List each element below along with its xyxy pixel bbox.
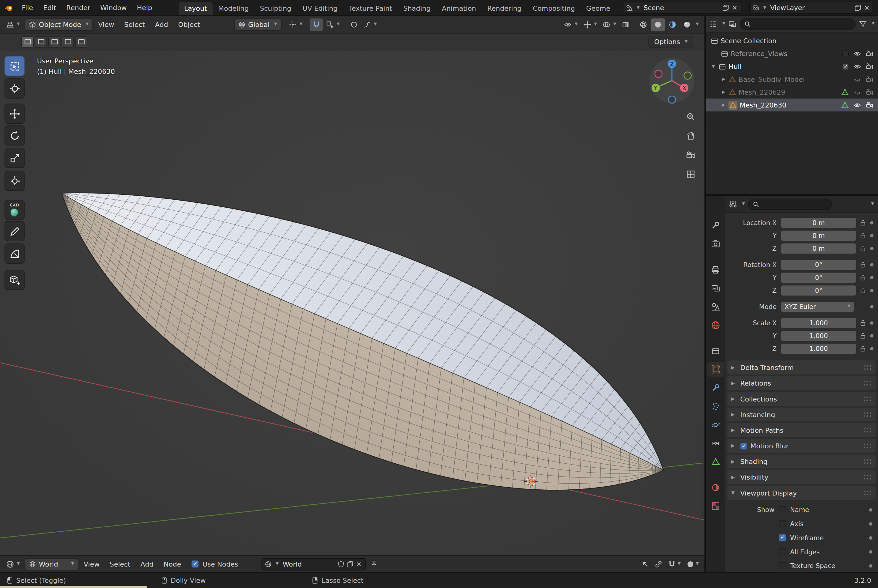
tab-texture[interactable] xyxy=(707,499,724,514)
camera-view-button[interactable] xyxy=(683,148,698,163)
drag-handle-icon[interactable] xyxy=(863,474,872,480)
tab-animation[interactable]: Animation xyxy=(436,2,482,15)
exclude-checkbox[interactable] xyxy=(842,50,849,57)
menu-help[interactable]: Help xyxy=(132,0,157,15)
menu-node[interactable]: Node xyxy=(159,556,186,572)
location-x-field[interactable]: 0 m xyxy=(781,218,856,228)
outliner-row-reference-views[interactable]: Reference_Views xyxy=(706,47,878,60)
expand-arrow-icon[interactable]: ▼ xyxy=(710,64,716,69)
outliner-row-scene-collection[interactable]: Scene Collection xyxy=(706,34,878,47)
keyframe-dot[interactable] xyxy=(870,288,873,292)
lock-icon[interactable] xyxy=(860,245,866,252)
tool-measure[interactable] xyxy=(5,243,25,264)
gizmo-neg-z-dot[interactable] xyxy=(668,96,675,103)
object-visibility-dropdown[interactable]: ▼ xyxy=(561,18,581,30)
pivot-point-dropdown[interactable]: ▼ xyxy=(286,18,305,30)
axis-checkbox[interactable] xyxy=(779,520,786,527)
lock-icon[interactable] xyxy=(860,345,866,352)
menu-add[interactable]: Add xyxy=(150,16,173,33)
outliner-search-input[interactable] xyxy=(754,20,851,28)
use-nodes-toggle[interactable]: Use Nodes xyxy=(192,560,238,568)
keyframe-dot[interactable] xyxy=(869,550,872,554)
tab-uv-editing[interactable]: UV Editing xyxy=(297,2,343,15)
drag-handle-icon[interactable] xyxy=(863,380,872,386)
lock-icon[interactable] xyxy=(860,287,866,294)
keyframe-dot[interactable] xyxy=(870,234,873,237)
eye-icon[interactable] xyxy=(854,63,861,70)
xray-toggle[interactable] xyxy=(619,18,633,30)
keyframe-dot[interactable] xyxy=(870,334,873,337)
editor-type-button[interactable]: ▼ xyxy=(3,558,23,570)
menu-object[interactable]: Object xyxy=(173,16,205,33)
select-mode-subtract-button[interactable] xyxy=(48,36,60,48)
lock-icon[interactable] xyxy=(860,232,866,239)
eye-closed-icon[interactable] xyxy=(854,88,861,96)
navigation-gizmo[interactable]: X Y Z xyxy=(648,57,696,104)
eye-icon[interactable] xyxy=(854,50,861,58)
tool-annotate[interactable] xyxy=(5,221,25,242)
tab-particles[interactable] xyxy=(707,399,724,414)
lock-icon[interactable] xyxy=(860,320,866,326)
location-z-field[interactable]: 0 m xyxy=(781,243,856,253)
viewlayer-selector[interactable]: ▼ ViewLayer xyxy=(749,2,874,14)
filter-icon[interactable] xyxy=(859,20,867,28)
panel-viewport-display[interactable]: ▼Viewport Display xyxy=(727,486,875,500)
keyframe-dot[interactable] xyxy=(870,221,873,224)
pan-button[interactable] xyxy=(683,128,698,143)
world-datablock-name[interactable]: World xyxy=(281,560,335,568)
drag-handle-icon[interactable] xyxy=(863,411,872,417)
name-checkbox[interactable] xyxy=(779,506,786,513)
tab-compositing[interactable]: Compositing xyxy=(527,2,581,15)
menu-render[interactable]: Render xyxy=(61,0,95,15)
panel-visibility[interactable]: ▶Visibility xyxy=(727,470,875,484)
shading-wireframe-button[interactable] xyxy=(636,18,651,30)
keyframe-dot[interactable] xyxy=(869,564,872,567)
expand-arrow-icon[interactable]: ▶ xyxy=(720,89,726,94)
camera-icon[interactable] xyxy=(866,50,874,58)
menu-add[interactable]: Add xyxy=(135,556,158,572)
tool-move[interactable] xyxy=(5,104,25,124)
menu-file[interactable]: File xyxy=(17,0,38,15)
drag-handle-icon[interactable] xyxy=(863,490,872,496)
keyframe-dot[interactable] xyxy=(870,305,873,308)
outliner-editor-icon[interactable] xyxy=(710,20,717,28)
unlink-scene-icon[interactable] xyxy=(731,4,738,11)
outliner-row-mesh-220630[interactable]: ▶ Mesh_220630 xyxy=(706,99,878,111)
tool-rotate[interactable] xyxy=(5,125,25,146)
menu-select[interactable]: Select xyxy=(119,16,150,33)
texture-space-checkbox[interactable] xyxy=(779,562,786,569)
tab-view-layer[interactable] xyxy=(707,281,724,296)
snap-settings-dropdown[interactable]: ▼ xyxy=(323,18,342,30)
tool-cursor[interactable] xyxy=(5,78,25,99)
rotation-x-field[interactable]: 0° xyxy=(781,260,856,270)
transform-orientation-dropdown[interactable]: Global ▼ xyxy=(234,18,282,30)
viewlayer-name[interactable]: ViewLayer xyxy=(768,4,852,12)
keyframe-dot[interactable] xyxy=(869,536,872,539)
world-datablock-selector[interactable]: ▼ World xyxy=(262,558,366,570)
lock-icon[interactable] xyxy=(860,274,866,281)
tab-rendering[interactable]: Rendering xyxy=(482,2,527,15)
outliner-row-hull[interactable]: ▼ Hull xyxy=(706,60,878,73)
eye-icon[interactable] xyxy=(854,101,861,109)
tab-texture-paint[interactable]: Texture Paint xyxy=(343,2,398,15)
tab-layout[interactable]: Layout xyxy=(179,2,213,15)
tab-geometry-nodes[interactable]: Geome xyxy=(581,2,616,15)
gizmo-neg-x-dot[interactable] xyxy=(655,70,662,78)
wireframe-checkbox[interactable] xyxy=(779,534,786,542)
tool-scale[interactable] xyxy=(5,148,25,168)
tab-output[interactable] xyxy=(707,262,724,277)
ortho-toggle-button[interactable] xyxy=(683,167,698,182)
options-button[interactable]: Options ▼ xyxy=(648,36,693,48)
tool-add-cube[interactable] xyxy=(5,270,25,290)
camera-icon[interactable] xyxy=(866,63,874,70)
keyframe-dot[interactable] xyxy=(870,346,873,350)
keyframe-dot[interactable] xyxy=(870,321,873,324)
remove-viewlayer-icon[interactable] xyxy=(863,4,870,11)
proportional-falloff-dropdown[interactable]: ▼ xyxy=(360,18,380,30)
select-mode-set-button[interactable] xyxy=(21,36,33,48)
drag-handle-icon[interactable] xyxy=(863,427,872,434)
display-mode-icon[interactable] xyxy=(729,20,737,28)
menu-view[interactable]: View xyxy=(93,16,119,33)
properties-search-input[interactable] xyxy=(762,200,828,208)
shading-solid-button[interactable] xyxy=(650,18,665,30)
